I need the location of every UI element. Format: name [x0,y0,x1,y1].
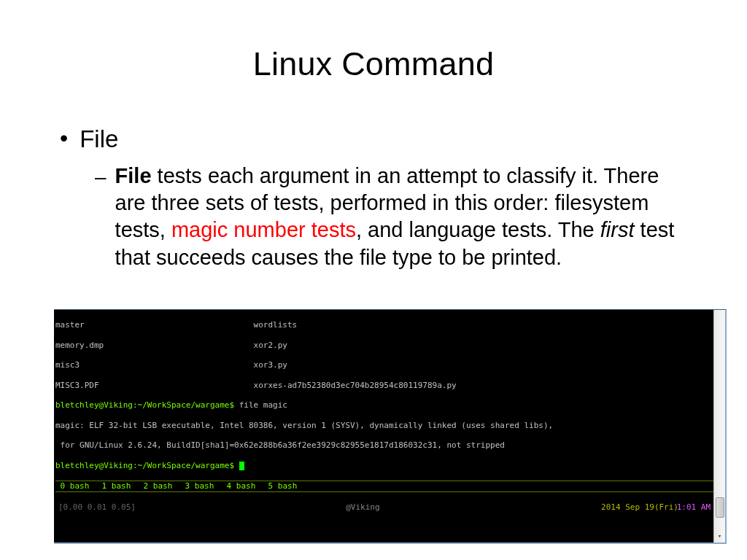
hostname: @Viking [346,502,379,513]
term-prompt-line: bletchley@Viking:~/WorkSpace/wargame$ [55,461,724,471]
date: 2014 Sep 19(Fri) [601,502,678,513]
bullet-1-text: File [80,124,118,154]
body-text: File tests each argument in an attempt t… [115,163,680,271]
prompt: bletchley@Viking:~/WorkSpace/wargame$ [55,461,239,470]
body-italic: first [600,218,635,241]
tmux-status-row: 0 bash 1 bash 2 bash 3 bash 4 bash 5 bas… [55,481,724,492]
term-row: misc3 xor3.py [55,360,724,370]
slide: Linux Command • File – File tests each a… [0,0,747,560]
term-output: for GNU/Linux 2.6.24, BuildID[sha1]=0x62… [55,440,724,451]
term-row: memory.dmp xor2.py [55,341,724,351]
ls-col1: MISC3.PDF [55,381,99,390]
term-row: master wordlists [55,320,724,330]
tmux-tab: 0 bash [55,481,89,491]
bullet-level-1: • File [67,124,680,154]
terminal-screenshot: master wordlists memory.dmp xor2.py misc… [54,309,727,545]
tmux-tab: 3 bash [180,481,214,491]
load-avg: [0.00 0.01 0.05] [58,502,136,513]
scroll-down-icon[interactable]: ▾ [715,531,725,541]
tmux-bottom-row: [0.00 0.01 0.05]@Viking2014 Sep 19(Fri)1… [55,502,724,513]
slide-title: Linux Command [0,0,747,83]
scrollbar[interactable]: ▾ [713,310,725,543]
body-lead-bold: File [115,164,152,187]
bullet-dash-icon: – [95,164,107,190]
tmux-tab: 2 bash [139,481,172,491]
cursor-icon [239,462,244,470]
scrollbar-thumb[interactable] [716,497,724,518]
body-red: magic number tests [171,218,356,241]
term-row: MISC3.PDF xorxes-ad7b52380d3ec704b28954c… [55,381,724,391]
ls-col2: wordlists [254,320,298,330]
tmux-tab: 4 bash [222,481,255,491]
ls-col1: memory.dmp [55,341,104,350]
time: 1:01 AM [677,502,711,513]
body-part2: , and language tests. The [356,218,600,241]
terminal-body: master wordlists memory.dmp xor2.py misc… [54,310,725,543]
slide-content: • File – File tests each argument in an … [0,83,747,271]
ls-col2: xorxes-ad7b52380d3ec704b28954c80119789a.… [254,381,457,390]
ls-col1: misc3 [55,360,80,370]
prompt: bletchley@Viking:~/WorkSpace/wargame$ [55,400,239,410]
command: file magic [239,400,287,410]
tmux-tab: 1 bash [97,481,131,491]
term-prompt-line: bletchley@Viking:~/WorkSpace/wargame$ fi… [55,400,724,411]
bullet-dot-icon: • [60,124,68,152]
term-output: magic: ELF 32-bit LSB executable, Intel … [55,421,724,431]
bullet-level-2: – File tests each argument in an attempt… [95,163,680,271]
ls-col2: xor3.py [254,360,287,370]
ls-col2: xor2.py [254,341,287,350]
ls-col1: master [55,320,85,330]
tmux-tab: 5 bash [263,481,297,491]
